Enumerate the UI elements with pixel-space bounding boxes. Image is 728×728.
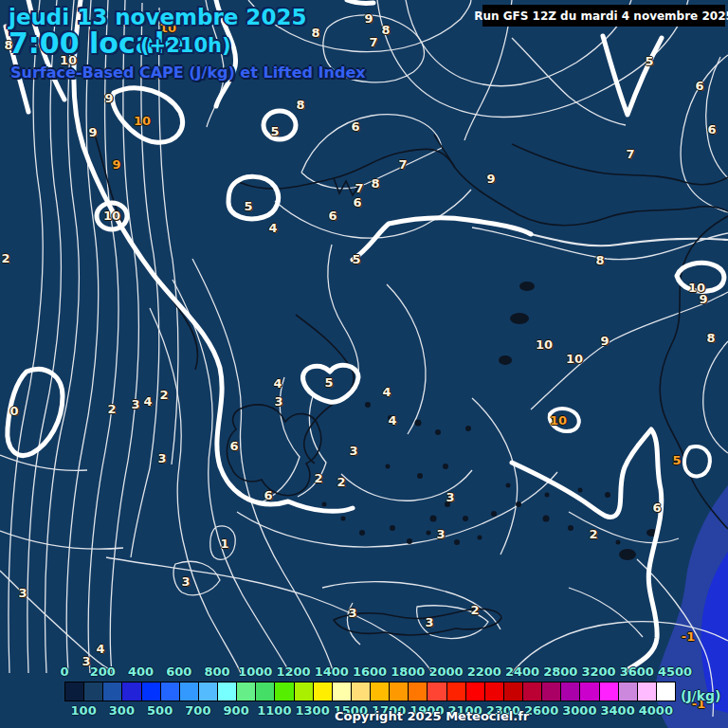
contour-value-label: 5 <box>645 55 653 67</box>
contour-value-label: 3 <box>349 445 357 457</box>
contour-value-label: 4 <box>143 395 152 408</box>
contour-value-label: 6 <box>328 209 337 222</box>
contour-value-label: 10 <box>536 338 553 351</box>
contour-value-label: 3 <box>18 587 27 599</box>
contour-value-label: 2 <box>589 528 597 540</box>
contour-value-label: 4 <box>382 386 391 398</box>
colorbar-unit-label: (J/kg) <box>681 688 720 703</box>
contour-value-label: 3 <box>157 452 166 464</box>
contour-value-label: 6 <box>229 440 238 452</box>
contour-value-label: 9 <box>699 293 707 305</box>
contour-value-label: 7 <box>398 158 407 171</box>
run-info-text: Run GFS 12Z du mardi 4 novembre 2025 <box>474 9 728 23</box>
contour-value-label: 7 <box>355 182 363 194</box>
contour-value-label: 6 <box>264 489 272 501</box>
contour-value-label: 8 <box>296 99 304 111</box>
contour-value-label: 3 <box>425 616 433 628</box>
contour-value-label: 10 <box>566 353 583 365</box>
contour-value-label: 2 <box>1 252 9 264</box>
contour-value-label: 3 <box>348 607 356 619</box>
contour-value-label: 3 <box>131 398 139 410</box>
weather-map-canvas: 9887108105698106596797987651064258109891… <box>0 0 728 728</box>
contour-value-label: 8 <box>706 332 715 344</box>
contour-value-label: 9 <box>112 158 120 171</box>
contour-value-label: 2 <box>470 604 479 616</box>
contour-value-label: 4 <box>273 377 282 390</box>
contour-value-label: 0 <box>9 405 18 417</box>
contour-value-label: 1 <box>220 537 228 550</box>
contour-value-label: 7 <box>626 148 634 160</box>
contour-value-label: 6 <box>351 120 359 133</box>
contour-value-label: 10 <box>134 115 151 127</box>
forecast-offset-label: (+210h) <box>140 34 231 57</box>
contour-value-label: 9 <box>600 335 609 347</box>
parameter-subtitle: Surface-Based CAPE (J/kg) et Lifted Inde… <box>10 64 366 82</box>
contour-value-label: 5 <box>352 253 360 265</box>
contour-value-label: 10 <box>550 414 567 427</box>
contour-value-label: 6 <box>695 80 703 92</box>
contour-value-label: 8 <box>371 177 379 190</box>
contour-value-label: 4 <box>268 222 277 234</box>
contour-value-label: 2 <box>337 476 345 488</box>
contour-lines-thin <box>0 0 728 717</box>
contour-value-label: 6 <box>652 501 661 514</box>
contour-value-label: 8 <box>311 27 319 39</box>
contour-value-label: 6 <box>353 196 361 209</box>
contour-value-label: 3 <box>436 528 445 540</box>
contour-value-label: 9 <box>88 126 97 138</box>
contour-value-label: 3 <box>446 491 454 503</box>
coastlines <box>95 135 728 635</box>
contour-value-label: 8 <box>595 254 604 266</box>
contour-value-label: 4 <box>96 643 104 655</box>
contour-value-label: 5 <box>244 200 252 212</box>
contour-value-label: 9 <box>364 12 373 25</box>
contour-value-label: 2 <box>159 389 168 401</box>
contour-value-label: 2 <box>314 472 322 484</box>
contour-value-label: 5 <box>324 376 333 389</box>
contour-value-label: 8 <box>381 24 390 36</box>
contour-map <box>0 0 728 728</box>
contour-value-label: 3 <box>274 395 282 408</box>
contour-value-label: 10 <box>103 209 120 222</box>
contour-value-label: 5 <box>672 454 681 466</box>
contour-value-label: 3 <box>181 575 190 588</box>
contour-value-label: 4 <box>388 414 396 427</box>
contour-value-label: 6 <box>707 123 716 136</box>
run-info-box: Run GFS 12Z du mardi 4 novembre 2025 <box>482 5 725 27</box>
contour-value-label: 9 <box>104 92 113 104</box>
contour-value-label: 7 <box>369 36 377 48</box>
contour-value-label: 3 <box>82 655 90 667</box>
contour-value-label: -1 <box>682 630 695 643</box>
contour-value-label: 2 <box>107 403 116 415</box>
contour-value-label: 5 <box>270 125 279 137</box>
copyright-text: Copyright 2025 Meteociel.fr <box>335 709 529 723</box>
contour-value-label: 9 <box>486 173 495 185</box>
